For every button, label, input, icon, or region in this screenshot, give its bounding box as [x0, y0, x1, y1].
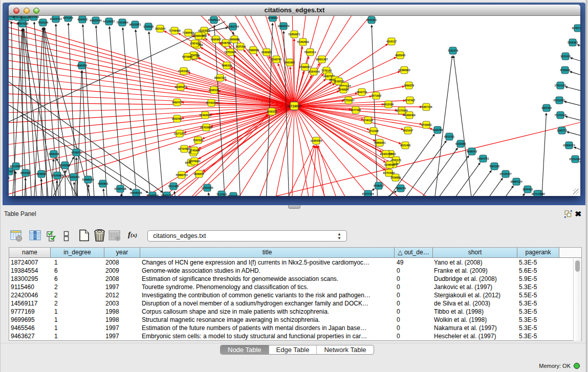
- svg-text:51850671: 51850671: [288, 33, 300, 36]
- svg-text:7770143: 7770143: [321, 69, 332, 72]
- svg-text:62702895: 62702895: [200, 126, 212, 129]
- svg-text:57262849: 57262849: [297, 40, 309, 43]
- svg-text:19384554: 19384554: [310, 139, 322, 142]
- svg-text:73178108: 73178108: [554, 114, 566, 117]
- svg-text:4192832: 4192832: [77, 18, 88, 21]
- svg-text:2421024: 2421024: [155, 27, 165, 30]
- svg-text:80831367: 80831367: [316, 58, 328, 61]
- svg-text:37996507: 37996507: [299, 65, 311, 69]
- svg-text:3387262: 3387262: [541, 106, 552, 110]
- svg-text:4966319: 4966319: [222, 64, 232, 67]
- svg-text:5674680: 5674680: [182, 55, 192, 58]
- svg-text:0932480: 0932480: [172, 117, 182, 120]
- svg-text:72423884: 72423884: [116, 21, 128, 24]
- svg-text:00524278: 00524278: [9, 170, 15, 173]
- svg-text:5158506: 5158506: [384, 163, 395, 166]
- svg-text:4060883: 4060883: [98, 182, 108, 185]
- svg-text:98084124: 98084124: [510, 180, 522, 183]
- svg-text:2930215: 2930215: [267, 110, 277, 113]
- svg-text:81223623: 81223623: [198, 29, 210, 32]
- svg-text:79740344: 79740344: [205, 101, 217, 104]
- svg-text:97848018: 97848018: [208, 18, 220, 21]
- svg-text:3709859: 3709859: [390, 176, 401, 179]
- svg-text:28809570: 28809570: [277, 25, 289, 28]
- svg-text:5098393: 5098393: [568, 41, 578, 44]
- svg-text:76320163: 76320163: [227, 194, 239, 196]
- svg-text:94406409: 94406409: [403, 114, 415, 117]
- svg-text:1399049: 1399049: [193, 34, 204, 37]
- svg-text:7816184: 7816184: [38, 21, 48, 24]
- svg-text:29946804: 29946804: [146, 194, 158, 196]
- svg-text:1031051: 1031051: [560, 55, 571, 58]
- svg-text:5009788: 5009788: [432, 128, 443, 132]
- svg-text:5240824: 5240824: [338, 88, 349, 91]
- svg-text:71746488: 71746488: [168, 29, 180, 32]
- svg-text:1671902: 1671902: [371, 94, 381, 97]
- svg-text:0812191: 0812191: [444, 135, 454, 138]
- svg-text:27354549: 27354549: [308, 70, 319, 73]
- svg-text:4711382: 4711382: [368, 129, 379, 133]
- svg-text:01429401: 01429401: [68, 176, 79, 179]
- svg-text:61595148: 61595148: [114, 187, 126, 190]
- svg-text:1226916: 1226916: [143, 25, 154, 28]
- svg-text:13493618: 13493618: [199, 114, 211, 117]
- svg-text:1491905: 1491905: [285, 61, 295, 64]
- svg-text:8708317: 8708317: [374, 184, 384, 187]
- svg-text:0842710: 0842710: [357, 91, 367, 94]
- svg-text:6475255: 6475255: [63, 16, 73, 19]
- svg-text:4005045: 4005045: [395, 54, 405, 57]
- svg-text:02606474: 02606474: [563, 144, 575, 147]
- svg-text:2787429: 2787429: [190, 42, 200, 45]
- svg-text:3747407: 3747407: [405, 99, 415, 102]
- svg-text:2328120: 2328120: [209, 89, 219, 92]
- svg-text:4896383: 4896383: [77, 64, 87, 67]
- svg-text:18724007: 18724007: [287, 104, 302, 108]
- svg-text:86578091: 86578091: [188, 160, 200, 163]
- svg-text:5430391: 5430391: [366, 18, 377, 21]
- svg-text:17080531: 17080531: [247, 49, 259, 52]
- svg-text:1969379: 1969379: [404, 84, 414, 87]
- svg-text:36995777: 36995777: [161, 194, 172, 196]
- svg-text:9413186: 9413186: [383, 103, 394, 106]
- svg-text:9521456: 9521456: [400, 144, 410, 147]
- svg-text:53755646: 53755646: [224, 51, 236, 54]
- svg-text:7889579: 7889579: [396, 187, 406, 190]
- svg-text:9743953: 9743953: [421, 123, 431, 126]
- svg-text:67010651: 67010651: [553, 99, 565, 102]
- svg-text:96405377: 96405377: [380, 152, 391, 156]
- svg-text:2260256: 2260256: [49, 152, 59, 156]
- svg-text:6204505: 6204505: [20, 171, 31, 174]
- svg-text:5466889: 5466889: [229, 38, 239, 41]
- svg-text:9421047: 9421047: [403, 129, 413, 132]
- svg-text:13171274: 13171274: [173, 132, 185, 135]
- svg-text:4316117: 4316117: [386, 40, 397, 43]
- svg-text:6193990: 6193990: [455, 142, 466, 145]
- svg-text:7187026: 7187026: [193, 139, 203, 142]
- svg-text:82175946: 82175946: [396, 109, 407, 112]
- svg-text:8677496: 8677496: [351, 108, 361, 112]
- svg-text:54145868: 54145868: [51, 174, 63, 177]
- svg-text:02654235: 02654235: [16, 22, 28, 25]
- svg-text:4738299: 4738299: [560, 69, 570, 72]
- svg-text:1746120: 1746120: [363, 119, 373, 122]
- svg-text:75869261: 75869261: [374, 141, 385, 144]
- svg-text:87234309: 87234309: [569, 158, 580, 161]
- svg-text:87277434: 87277434: [362, 192, 374, 195]
- svg-text:7991183: 7991183: [489, 165, 499, 168]
- svg-text:37631165: 37631165: [555, 84, 567, 87]
- svg-text:55886753: 55886753: [176, 173, 187, 177]
- svg-text:71906594: 71906594: [182, 31, 194, 34]
- svg-text:0330923: 0330923: [262, 51, 272, 54]
- svg-text:8721489: 8721489: [168, 185, 179, 188]
- svg-text:3482477: 3482477: [172, 101, 182, 104]
- svg-text:51462704: 51462704: [227, 25, 238, 28]
- svg-text:60385977: 60385977: [175, 85, 186, 89]
- svg-text:64139537: 64139537: [103, 20, 115, 23]
- svg-text:76945314: 76945314: [304, 51, 316, 54]
- svg-text:7917693: 7917693: [216, 193, 227, 196]
- svg-text:74367136: 74367136: [420, 105, 432, 108]
- svg-text:8148932: 8148932: [268, 16, 278, 19]
- svg-text:15451680: 15451680: [178, 70, 189, 73]
- svg-text:7543303: 7543303: [60, 164, 70, 167]
- svg-text:25135427: 25135427: [499, 172, 511, 176]
